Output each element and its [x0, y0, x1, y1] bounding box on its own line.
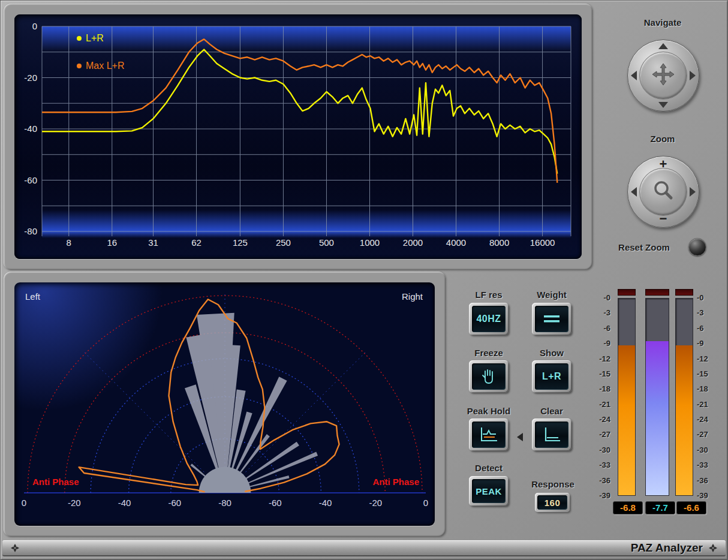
meter-scale-value: -18	[697, 384, 723, 393]
meter-scale-value: -0	[584, 293, 610, 302]
freeze-label: Freeze	[462, 348, 516, 358]
svg-text:4000: 4000	[446, 237, 466, 248]
meter-scale-value: -3	[584, 308, 610, 317]
zoom-label: Zoom	[627, 134, 699, 144]
zoom-inner-dial[interactable]	[639, 168, 687, 216]
meter-scale-value: -36	[584, 476, 610, 485]
four-way-arrows-icon	[649, 61, 677, 91]
navigate-down-arrow-icon[interactable]	[658, 102, 668, 108]
selector-arrow-icon[interactable]	[517, 433, 523, 441]
meter-scale-value: -30	[697, 445, 723, 454]
detect-value: PEAK	[472, 479, 506, 503]
peak-hold-button[interactable]	[469, 419, 509, 451]
navigate-pad[interactable]	[627, 40, 699, 112]
anti-phase-left-label: Anti Phase	[32, 477, 79, 487]
svg-text:Max L+R: Max L+R	[86, 61, 124, 71]
detect-button[interactable]: PEAK	[469, 476, 509, 506]
polar-display: 0-20-40-60-80-60-40-200 Left Right Anti …	[14, 282, 435, 526]
meter-scale-value: -39	[697, 491, 723, 500]
peak-lamp-right	[675, 289, 693, 296]
svg-text:-40: -40	[319, 498, 332, 508]
svg-text:-40: -40	[118, 498, 131, 508]
peak-hold-label: Peak Hold	[457, 406, 521, 416]
clear-label: Clear	[525, 406, 579, 416]
spectrum-panel: 0-20-40-60-80816316212525050010002000400…	[4, 4, 592, 270]
meter-scale-value: -27	[697, 430, 723, 439]
svg-text:0: 0	[22, 498, 26, 508]
polar-right-label: Right	[402, 291, 423, 302]
svg-text:8000: 8000	[489, 237, 509, 248]
svg-text:125: 125	[233, 237, 248, 248]
svg-text:500: 500	[319, 237, 334, 248]
meter-scale-value: -24	[697, 415, 723, 424]
meter-readout-left[interactable]: -6.8	[613, 501, 643, 514]
show-label: Show	[525, 348, 579, 358]
meter-scale-left: -0-3-6-9-12-15-18-21-24-27-30-33-36-39	[584, 293, 610, 503]
show-button[interactable]: L+R	[532, 360, 571, 393]
clear-icon	[535, 421, 568, 448]
navigate-right-arrow-icon[interactable]	[690, 71, 696, 80]
navigate-up-arrow-icon[interactable]	[658, 43, 668, 49]
svg-text:-20: -20	[24, 73, 37, 83]
reset-zoom-button[interactable]	[688, 238, 706, 256]
response-display[interactable]: 160	[535, 493, 570, 512]
svg-text:L+R: L+R	[86, 33, 104, 43]
meter-fill-mid	[646, 341, 669, 495]
peak-lamp-left	[618, 289, 636, 296]
meter-fill-left	[618, 345, 635, 495]
energy-rays	[185, 313, 318, 493]
navigate-left-arrow-icon[interactable]	[631, 71, 637, 80]
y-axis-labels: 0-20-40-60-80	[24, 21, 37, 236]
zoom-right-arrow-icon[interactable]	[690, 187, 696, 197]
svg-text:-20: -20	[369, 498, 382, 508]
weight-label: Weight	[525, 290, 579, 300]
svg-text:-60: -60	[168, 498, 181, 508]
meter-scale-value: -9	[584, 339, 610, 348]
meter-scale-value: -27	[584, 430, 610, 439]
response-value: 160	[537, 495, 567, 510]
lf-res-label: LF res	[462, 290, 516, 300]
meter-scale-value: -33	[584, 460, 610, 469]
meter-scale-value: -30	[584, 445, 610, 454]
weight-button[interactable]	[532, 303, 571, 335]
meter-readout-mid[interactable]: -7.7	[645, 501, 675, 514]
navigate-inner-dial[interactable]	[639, 52, 687, 100]
meter-scale-value: -18	[584, 384, 610, 393]
clear-button[interactable]	[532, 419, 571, 451]
reset-zoom-label: Reset Zoom	[602, 242, 686, 252]
meter-readout-right[interactable]: -6.6	[676, 501, 706, 514]
zoom-left-arrow-icon[interactable]	[631, 187, 637, 197]
x-axis-labels: 8163162125250500100020004000800016000	[67, 237, 555, 248]
meter-scale-value: -39	[584, 491, 610, 500]
meter-scale-value: -24	[584, 415, 610, 424]
svg-text:16000: 16000	[530, 237, 555, 248]
app-title: PAZ Analyzer	[631, 541, 703, 555]
meter-scale-value: -12	[584, 354, 610, 363]
peak-hold-icon	[472, 421, 506, 448]
polar-chart: 0-20-40-60-80-60-40-200	[14, 282, 435, 526]
meter-fill-right	[676, 345, 693, 495]
hand-icon	[472, 363, 506, 390]
lf-res-button[interactable]: 40HZ	[469, 303, 509, 335]
svg-text:62: 62	[191, 237, 201, 248]
svg-text:-80: -80	[24, 226, 37, 236]
svg-text:-40: -40	[24, 124, 37, 134]
svg-text:8: 8	[67, 237, 71, 248]
polar-left-label: Left	[25, 291, 40, 302]
meter-scale-value: -33	[697, 460, 723, 469]
svg-text:-80: -80	[218, 498, 231, 508]
meter-scale-value: -6	[584, 324, 610, 333]
polar-axis-labels: 0-20-40-60-80-60-40-200	[22, 498, 428, 508]
level-meter-left	[618, 298, 636, 496]
zoom-pad[interactable]: + −	[627, 156, 699, 228]
ornament-right-icon	[709, 544, 717, 552]
svg-text:250: 250	[276, 237, 291, 248]
level-meter-mid	[645, 298, 669, 496]
meter-scale-value: -15	[584, 369, 610, 378]
freeze-button[interactable]	[469, 360, 509, 393]
meter-scale-value: -3	[697, 308, 723, 317]
title-bar: PAZ Analyzer	[2, 540, 726, 556]
svg-text:-60: -60	[269, 498, 282, 508]
svg-text:-60: -60	[24, 175, 37, 185]
meter-scale-value: -21	[584, 400, 610, 409]
